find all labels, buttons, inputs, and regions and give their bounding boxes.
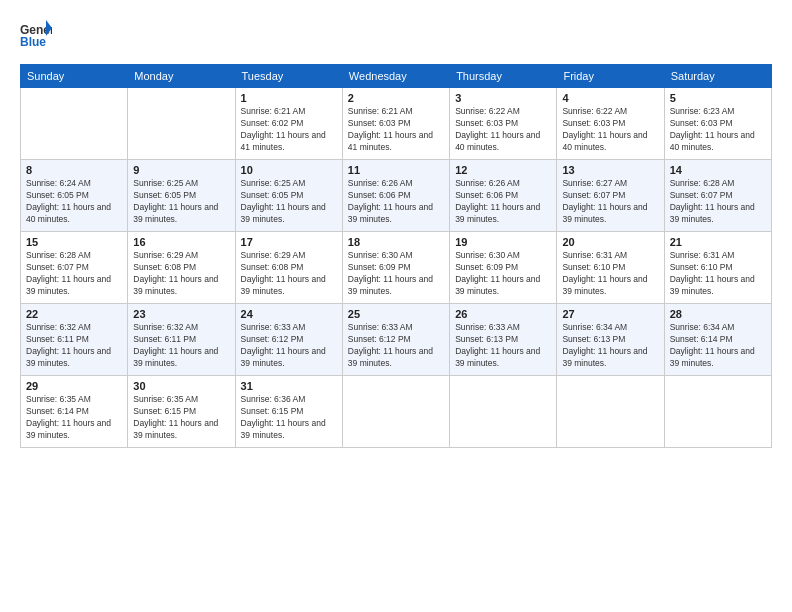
col-header-saturday: Saturday — [664, 65, 771, 88]
day-info: Sunrise: 6:30 AMSunset: 6:09 PMDaylight:… — [348, 250, 444, 298]
day-info: Sunrise: 6:29 AMSunset: 6:08 PMDaylight:… — [133, 250, 229, 298]
calendar-cell: 16Sunrise: 6:29 AMSunset: 6:08 PMDayligh… — [128, 232, 235, 304]
calendar-cell: 17Sunrise: 6:29 AMSunset: 6:08 PMDayligh… — [235, 232, 342, 304]
day-number: 8 — [26, 164, 122, 176]
day-info: Sunrise: 6:26 AMSunset: 6:06 PMDaylight:… — [455, 178, 551, 226]
logo-graphic: General Blue — [20, 18, 52, 54]
calendar-week-3: 22Sunrise: 6:32 AMSunset: 6:11 PMDayligh… — [21, 304, 772, 376]
day-number: 2 — [348, 92, 444, 104]
calendar-cell: 4Sunrise: 6:22 AMSunset: 6:03 PMDaylight… — [557, 88, 664, 160]
day-number: 24 — [241, 308, 337, 320]
calendar-cell: 30Sunrise: 6:35 AMSunset: 6:15 PMDayligh… — [128, 376, 235, 448]
calendar-cell: 2Sunrise: 6:21 AMSunset: 6:03 PMDaylight… — [342, 88, 449, 160]
day-number: 26 — [455, 308, 551, 320]
day-number: 18 — [348, 236, 444, 248]
day-number: 20 — [562, 236, 658, 248]
calendar-cell: 19Sunrise: 6:30 AMSunset: 6:09 PMDayligh… — [450, 232, 557, 304]
day-info: Sunrise: 6:21 AMSunset: 6:03 PMDaylight:… — [348, 106, 444, 154]
day-number: 27 — [562, 308, 658, 320]
day-info: Sunrise: 6:22 AMSunset: 6:03 PMDaylight:… — [455, 106, 551, 154]
day-info: Sunrise: 6:35 AMSunset: 6:15 PMDaylight:… — [133, 394, 229, 442]
logo-container: General Blue — [20, 18, 52, 54]
calendar-cell — [557, 376, 664, 448]
calendar-cell — [450, 376, 557, 448]
calendar-cell: 14Sunrise: 6:28 AMSunset: 6:07 PMDayligh… — [664, 160, 771, 232]
calendar-week-0: 1Sunrise: 6:21 AMSunset: 6:02 PMDaylight… — [21, 88, 772, 160]
day-number: 11 — [348, 164, 444, 176]
day-info: Sunrise: 6:36 AMSunset: 6:15 PMDaylight:… — [241, 394, 337, 442]
day-number: 13 — [562, 164, 658, 176]
calendar-cell: 31Sunrise: 6:36 AMSunset: 6:15 PMDayligh… — [235, 376, 342, 448]
day-number: 29 — [26, 380, 122, 392]
calendar-cell: 22Sunrise: 6:32 AMSunset: 6:11 PMDayligh… — [21, 304, 128, 376]
day-info: Sunrise: 6:29 AMSunset: 6:08 PMDaylight:… — [241, 250, 337, 298]
col-header-wednesday: Wednesday — [342, 65, 449, 88]
svg-text:Blue: Blue — [20, 35, 46, 49]
day-number: 12 — [455, 164, 551, 176]
calendar-cell: 10Sunrise: 6:25 AMSunset: 6:05 PMDayligh… — [235, 160, 342, 232]
calendar-cell: 1Sunrise: 6:21 AMSunset: 6:02 PMDaylight… — [235, 88, 342, 160]
logo: General Blue — [20, 18, 52, 54]
calendar-cell — [664, 376, 771, 448]
day-info: Sunrise: 6:31 AMSunset: 6:10 PMDaylight:… — [562, 250, 658, 298]
day-info: Sunrise: 6:25 AMSunset: 6:05 PMDaylight:… — [133, 178, 229, 226]
calendar-header-row: SundayMondayTuesdayWednesdayThursdayFrid… — [21, 65, 772, 88]
day-number: 1 — [241, 92, 337, 104]
day-info: Sunrise: 6:28 AMSunset: 6:07 PMDaylight:… — [670, 178, 766, 226]
day-info: Sunrise: 6:28 AMSunset: 6:07 PMDaylight:… — [26, 250, 122, 298]
day-info: Sunrise: 6:25 AMSunset: 6:05 PMDaylight:… — [241, 178, 337, 226]
day-number: 19 — [455, 236, 551, 248]
day-info: Sunrise: 6:21 AMSunset: 6:02 PMDaylight:… — [241, 106, 337, 154]
day-info: Sunrise: 6:32 AMSunset: 6:11 PMDaylight:… — [26, 322, 122, 370]
day-info: Sunrise: 6:34 AMSunset: 6:13 PMDaylight:… — [562, 322, 658, 370]
calendar-cell: 29Sunrise: 6:35 AMSunset: 6:14 PMDayligh… — [21, 376, 128, 448]
calendar-table: SundayMondayTuesdayWednesdayThursdayFrid… — [20, 64, 772, 448]
calendar-cell: 21Sunrise: 6:31 AMSunset: 6:10 PMDayligh… — [664, 232, 771, 304]
calendar-cell: 23Sunrise: 6:32 AMSunset: 6:11 PMDayligh… — [128, 304, 235, 376]
calendar-cell: 12Sunrise: 6:26 AMSunset: 6:06 PMDayligh… — [450, 160, 557, 232]
calendar-cell — [128, 88, 235, 160]
calendar-cell: 18Sunrise: 6:30 AMSunset: 6:09 PMDayligh… — [342, 232, 449, 304]
col-header-monday: Monday — [128, 65, 235, 88]
day-info: Sunrise: 6:33 AMSunset: 6:12 PMDaylight:… — [241, 322, 337, 370]
calendar-cell: 24Sunrise: 6:33 AMSunset: 6:12 PMDayligh… — [235, 304, 342, 376]
calendar-cell: 8Sunrise: 6:24 AMSunset: 6:05 PMDaylight… — [21, 160, 128, 232]
day-number: 4 — [562, 92, 658, 104]
calendar-cell — [21, 88, 128, 160]
calendar-cell: 26Sunrise: 6:33 AMSunset: 6:13 PMDayligh… — [450, 304, 557, 376]
day-number: 30 — [133, 380, 229, 392]
day-number: 22 — [26, 308, 122, 320]
day-info: Sunrise: 6:24 AMSunset: 6:05 PMDaylight:… — [26, 178, 122, 226]
day-info: Sunrise: 6:23 AMSunset: 6:03 PMDaylight:… — [670, 106, 766, 154]
day-info: Sunrise: 6:26 AMSunset: 6:06 PMDaylight:… — [348, 178, 444, 226]
day-info: Sunrise: 6:27 AMSunset: 6:07 PMDaylight:… — [562, 178, 658, 226]
day-number: 3 — [455, 92, 551, 104]
calendar-cell: 13Sunrise: 6:27 AMSunset: 6:07 PMDayligh… — [557, 160, 664, 232]
col-header-thursday: Thursday — [450, 65, 557, 88]
day-number: 28 — [670, 308, 766, 320]
day-info: Sunrise: 6:31 AMSunset: 6:10 PMDaylight:… — [670, 250, 766, 298]
day-number: 23 — [133, 308, 229, 320]
day-info: Sunrise: 6:32 AMSunset: 6:11 PMDaylight:… — [133, 322, 229, 370]
day-info: Sunrise: 6:33 AMSunset: 6:13 PMDaylight:… — [455, 322, 551, 370]
header: General Blue — [20, 18, 772, 54]
calendar-week-1: 8Sunrise: 6:24 AMSunset: 6:05 PMDaylight… — [21, 160, 772, 232]
day-info: Sunrise: 6:35 AMSunset: 6:14 PMDaylight:… — [26, 394, 122, 442]
calendar-cell: 28Sunrise: 6:34 AMSunset: 6:14 PMDayligh… — [664, 304, 771, 376]
page: General Blue SundayMondayTuesdayWednesda… — [0, 0, 792, 612]
day-number: 17 — [241, 236, 337, 248]
calendar-cell — [342, 376, 449, 448]
day-number: 16 — [133, 236, 229, 248]
day-number: 5 — [670, 92, 766, 104]
col-header-friday: Friday — [557, 65, 664, 88]
day-number: 25 — [348, 308, 444, 320]
day-info: Sunrise: 6:34 AMSunset: 6:14 PMDaylight:… — [670, 322, 766, 370]
day-number: 10 — [241, 164, 337, 176]
calendar-cell: 11Sunrise: 6:26 AMSunset: 6:06 PMDayligh… — [342, 160, 449, 232]
calendar-cell: 5Sunrise: 6:23 AMSunset: 6:03 PMDaylight… — [664, 88, 771, 160]
col-header-sunday: Sunday — [21, 65, 128, 88]
calendar-cell: 15Sunrise: 6:28 AMSunset: 6:07 PMDayligh… — [21, 232, 128, 304]
calendar-week-2: 15Sunrise: 6:28 AMSunset: 6:07 PMDayligh… — [21, 232, 772, 304]
calendar-cell: 25Sunrise: 6:33 AMSunset: 6:12 PMDayligh… — [342, 304, 449, 376]
col-header-tuesday: Tuesday — [235, 65, 342, 88]
